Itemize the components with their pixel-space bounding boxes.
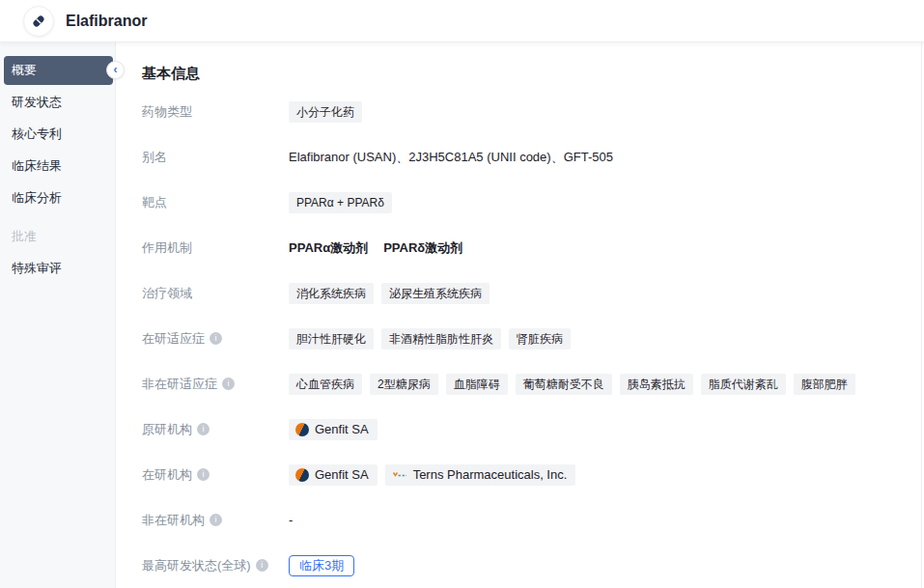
sidebar-item-特殊审评[interactable]: 特殊审评 (4, 254, 113, 283)
scroll-track (921, 42, 922, 588)
row-label: 非在研适应症i (142, 376, 289, 393)
row-label: 别名 (142, 149, 289, 166)
sidebar-item-临床结果[interactable]: 临床结果 (4, 152, 113, 181)
row-value: 心血管疾病2型糖尿病血脂障碍葡萄糖耐受不良胰岛素抵抗脂质代谢紊乱腹部肥胖 (289, 374, 855, 395)
value-tag[interactable]: 胰岛素抵抗 (620, 374, 693, 395)
info-row: 作用机制PPARα激动剂PPARδ激动剂 (142, 225, 901, 270)
sidebar-item-概要[interactable]: 概要 (4, 56, 113, 85)
row-label-text: 在研适应症 (142, 330, 205, 348)
sidebar-item-批准: 批准 (4, 222, 113, 251)
row-value: Genfit SATerns Pharmaceuticals, Inc. (289, 464, 575, 486)
org-tag[interactable]: Genfit SA (289, 419, 378, 440)
row-label: 治疗领域 (142, 285, 289, 302)
row-label-text: 治疗领域 (142, 285, 192, 302)
info-row: 非在研机构i- (142, 497, 901, 543)
app-header: Elafibranor (0, 0, 924, 42)
value-tag[interactable]: 血脂障碍 (446, 374, 508, 395)
terns-logo (392, 469, 407, 481)
row-label-text: 靶点 (142, 194, 167, 211)
info-row: 药物类型小分子化药 (142, 89, 901, 134)
row-label-text: 在研机构 (142, 466, 192, 484)
sidebar-nav: 概要研发状态核心专利临床结果临床分析批准特殊审评 (0, 42, 115, 588)
chevron-left-icon: ‹ (114, 64, 118, 75)
section-title: 基本信息 (142, 66, 901, 81)
row-label: 非在研机构i (142, 512, 289, 529)
value-tag[interactable]: 非酒精性脂肪性肝炎 (381, 328, 501, 350)
value-tag[interactable]: 泌尿生殖系统疾病 (381, 283, 490, 304)
sidebar-item-核心专利[interactable]: 核心专利 (4, 120, 113, 149)
info-icon[interactable]: i (210, 514, 222, 526)
row-label-text: 最高研发状态(全球) (142, 557, 251, 574)
row-value: 消化系统疾病泌尿生殖系统疾病 (289, 283, 490, 304)
row-label-text: 非在研适应症 (142, 376, 217, 393)
mechanism-text: PPARα激动剂 (289, 239, 368, 257)
page-title: Elafibranor (66, 13, 147, 30)
row-label-text: 非在研机构 (142, 512, 205, 529)
value-tag[interactable]: 心血管疾病 (289, 374, 362, 395)
pill-icon (30, 13, 47, 30)
org-tag[interactable]: Terns Pharmaceuticals, Inc. (385, 464, 576, 486)
body: 概要研发状态核心专利临床结果临床分析批准特殊审评 ‹ 基本信息 药物类型小分子化… (0, 42, 924, 588)
value-tag[interactable]: 葡萄糖耐受不良 (516, 374, 612, 395)
info-row: 别名Elafibranor (USAN)、2J3H5C81A5 (UNII co… (142, 134, 901, 180)
value-tag[interactable]: PPARα + PPARδ (289, 192, 392, 213)
drug-avatar (23, 6, 54, 37)
row-label-text: 别名 (142, 149, 167, 166)
genfit-logo (295, 423, 309, 436)
genfit-logo (295, 468, 309, 482)
info-row: 靶点PPARα + PPARδ (142, 180, 901, 225)
info-row: 在研适应症i胆汁性肝硬化非酒精性脂肪性肝炎肾脏疾病 (142, 316, 901, 361)
sidebar-item-研发状态[interactable]: 研发状态 (4, 88, 113, 117)
row-label: 靶点 (142, 194, 289, 211)
row-value: PPARα激动剂PPARδ激动剂 (289, 239, 470, 257)
value-tag[interactable]: 脂质代谢紊乱 (701, 374, 786, 395)
row-value: - (289, 513, 293, 527)
value-tag[interactable]: 肾脏疾病 (509, 328, 571, 350)
value-text: - (289, 513, 293, 527)
org-name: Terns Pharmaceuticals, Inc. (413, 467, 568, 483)
org-name: Genfit SA (315, 422, 369, 437)
row-value: 小分子化药 (289, 101, 362, 123)
mechanism-text: PPARδ激动剂 (383, 239, 462, 257)
row-label: 原研机构i (142, 421, 289, 438)
value-tag[interactable]: 2型糖尿病 (370, 374, 438, 395)
info-row: 治疗领域消化系统疾病泌尿生殖系统疾病 (142, 270, 901, 316)
info-icon[interactable]: i (256, 559, 268, 572)
sidebar-item-临床分析[interactable]: 临床分析 (4, 183, 113, 212)
value-tag[interactable]: 胆汁性肝硬化 (289, 328, 374, 350)
info-icon[interactable]: i (197, 468, 210, 481)
drug-detail-app: Elafibranor 概要研发状态核心专利临床结果临床分析批准特殊审评 ‹ 基… (0, 0, 924, 588)
row-label: 在研机构i (142, 466, 289, 484)
info-row: 非在研适应症i心血管疾病2型糖尿病血脂障碍葡萄糖耐受不良胰岛素抵抗脂质代谢紊乱腹… (142, 361, 901, 406)
basic-info-rows: 药物类型小分子化药别名Elafibranor (USAN)、2J3H5C81A5… (142, 89, 901, 588)
value-tag[interactable]: 腹部肥胖 (794, 374, 855, 395)
row-label: 药物类型 (142, 103, 289, 121)
info-row: 在研机构iGenfit SATerns Pharmaceuticals, Inc… (142, 452, 901, 497)
info-row: 最高研发状态(全球)i临床3期 (142, 543, 901, 588)
info-icon[interactable]: i (222, 378, 235, 390)
row-value: Elafibranor (USAN)、2J3H5C81A5 (UNII code… (289, 149, 613, 166)
info-row: 原研机构iGenfit SA (142, 406, 901, 452)
row-value: PPARα + PPARδ (289, 192, 392, 213)
row-label: 在研适应症i (142, 330, 289, 348)
row-label-text: 药物类型 (142, 103, 192, 121)
row-value: Genfit SA (289, 419, 378, 440)
phase-badge[interactable]: 临床3期 (289, 555, 354, 576)
value-tag[interactable]: 小分子化药 (289, 101, 362, 123)
row-label-text: 作用机制 (142, 239, 192, 257)
value-text: Elafibranor (USAN)、2J3H5C81A5 (UNII code… (289, 149, 613, 166)
value-tag[interactable]: 消化系统疾病 (289, 283, 374, 304)
sidebar-collapse-button[interactable]: ‹ (106, 61, 125, 79)
info-icon[interactable]: i (197, 423, 210, 435)
info-icon[interactable]: i (210, 332, 222, 345)
row-label: 最高研发状态(全球)i (142, 557, 289, 574)
org-name: Genfit SA (315, 467, 369, 483)
row-value: 临床3期 (289, 555, 354, 576)
basic-info-panel: ‹ 基本信息 药物类型小分子化药别名Elafibranor (USAN)、2J3… (115, 42, 924, 588)
row-label: 作用机制 (142, 239, 289, 257)
org-tag[interactable]: Genfit SA (289, 464, 378, 486)
row-value: 胆汁性肝硬化非酒精性脂肪性肝炎肾脏疾病 (289, 328, 571, 350)
row-label-text: 原研机构 (142, 421, 192, 438)
